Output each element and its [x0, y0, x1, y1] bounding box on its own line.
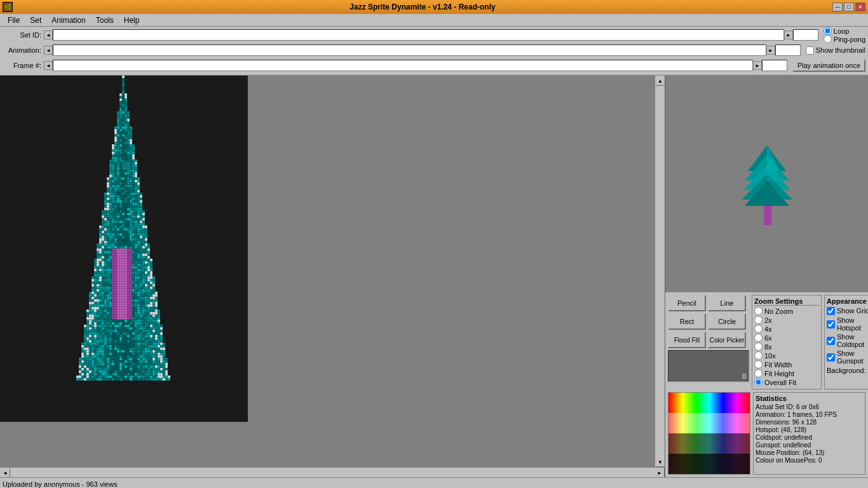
zoom-6x-radio[interactable] — [754, 334, 763, 342]
menu-help[interactable]: Help — [119, 15, 145, 26]
window-controls: ─ □ ✕ — [832, 3, 865, 11]
show-thumbnail-checkbox[interactable] — [806, 46, 814, 55]
zoom-2x-radio[interactable] — [754, 316, 763, 324]
animation-input[interactable] — [53, 44, 766, 56]
frame-num[interactable]: 1 — [762, 60, 787, 71]
show-hotspot-row: Show Hotspot — [827, 316, 868, 332]
menu-set[interactable]: Set — [25, 15, 46, 26]
frame-right-arrow[interactable]: ► — [753, 61, 762, 70]
zoom-settings-panel: Zoom Settings No Zoom 2x 4x — [752, 295, 822, 390]
menu-tools[interactable]: Tools — [91, 15, 119, 26]
background-row: Background: — [827, 366, 868, 375]
zoom-fit-width-label: Fit Width — [764, 361, 792, 369]
line-button[interactable]: Line — [708, 295, 746, 311]
frame-row: Frame #: ◄ ► 1 Play animation once — [3, 58, 865, 72]
horizontal-scrollbar[interactable]: ◄ ► — [0, 467, 665, 477]
ping-pong-radio[interactable] — [824, 35, 832, 43]
background-label: Background: — [827, 367, 866, 374]
color-picker-button[interactable]: Color Picker — [708, 332, 746, 348]
color-swatch: 0 — [668, 350, 749, 382]
show-grid-checkbox[interactable] — [827, 307, 835, 315]
maximize-button[interactable]: □ — [844, 3, 854, 11]
appearance-settings-title: Appearance Settings — [827, 297, 868, 305]
loop-radio[interactable] — [824, 27, 832, 35]
tools-settings-area: Pencil Line Rect Circle Flood Fill Color… — [665, 292, 868, 477]
main-canvas — [0, 76, 654, 467]
tool-buttons: Pencil Line Rect Circle Flood Fill Color… — [668, 295, 749, 390]
statistics-panel: Statistics Actual Set ID: 6 or 0x6 Anima… — [753, 392, 865, 475]
zoom-overall-fit: Overall Fit — [754, 378, 819, 386]
zoom-8x-radio[interactable] — [754, 342, 763, 351]
play-animation-button[interactable]: Play animation once — [792, 59, 865, 72]
pencil-button[interactable]: Pencil — [668, 295, 706, 311]
set-id-input[interactable] — [53, 29, 784, 41]
tools-zoom-area: Pencil Line Rect Circle Flood Fill Color… — [668, 295, 865, 390]
zoom-overall-fit-radio[interactable] — [754, 378, 763, 386]
scroll-left-button[interactable]: ◄ — [0, 468, 10, 477]
zoom-4x: 4x — [754, 325, 819, 333]
scroll-right-button[interactable]: ► — [654, 468, 665, 477]
stat-animation: Animation: 1 frames, 10 FPS — [756, 411, 863, 418]
scroll-down-button[interactable]: ▼ — [655, 457, 665, 467]
zoom-6x: 6x — [754, 334, 819, 342]
frame-left-arrow[interactable]: ◄ — [44, 61, 53, 70]
animation-num[interactable]: 1 — [775, 44, 801, 56]
menu-file[interactable]: File — [3, 15, 25, 26]
set-id-num[interactable]: 7 — [793, 29, 818, 41]
show-coldspot-checkbox[interactable] — [827, 337, 835, 345]
close-button[interactable]: ✕ — [855, 3, 865, 11]
zoom-10x: 10x — [754, 351, 819, 360]
zoom-fit-height-radio[interactable] — [754, 369, 763, 377]
frame-input[interactable] — [53, 60, 753, 71]
stat-coldspot: Coldspot: undefined — [756, 434, 863, 441]
right-panel: Pencil Line Rect Circle Flood Fill Color… — [665, 76, 868, 477]
color-swatch-value: 0 — [742, 372, 746, 380]
zoom-4x-label: 4x — [764, 325, 772, 333]
animation-right-arrow[interactable]: ► — [766, 46, 775, 55]
show-grid-row: Show Grid — [827, 306, 868, 315]
set-id-right-arrow[interactable]: ► — [784, 30, 793, 39]
stat-actual-set-id: Actual Set ID: 6 or 0x6 — [756, 403, 863, 410]
set-id-row: Set ID: ◄ ► 7 Loop Ping-pong — [3, 28, 865, 42]
zoom-2x-label: 2x — [764, 316, 772, 324]
rect-button[interactable]: Rect — [668, 313, 706, 330]
zoom-6x-label: 6x — [764, 334, 772, 342]
set-id-left-arrow[interactable]: ◄ — [44, 30, 53, 39]
hscroll-track[interactable] — [10, 468, 654, 477]
color-palette[interactable] — [668, 392, 750, 475]
status-bar: Uploaded by anonymous - 963 views — [0, 477, 868, 488]
svg-rect-0 — [764, 206, 771, 225]
stat-gunspot: Gunspot: undefined — [756, 442, 863, 449]
show-gunspot-checkbox[interactable] — [827, 353, 835, 362]
circle-button[interactable]: Circle — [708, 313, 746, 330]
show-thumbnail-label: Show thumbnail — [816, 46, 865, 54]
frame-label: Frame #: — [3, 62, 44, 69]
zoom-fit-width-radio[interactable] — [754, 360, 763, 369]
zoom-10x-radio[interactable] — [754, 351, 763, 360]
minimize-button[interactable]: ─ — [832, 3, 843, 11]
stat-dimensions: Dimensions: 96 x 128 — [756, 419, 863, 426]
show-coldspot-row: Show Coldspot — [827, 333, 868, 348]
show-grid-label: Show Grid — [837, 307, 868, 315]
menu-animation[interactable]: Animation — [46, 15, 90, 26]
show-hotspot-checkbox[interactable] — [827, 320, 835, 329]
scroll-up-button[interactable]: ▲ — [655, 76, 665, 86]
sprite-canvas[interactable] — [0, 76, 249, 422]
zoom-overall-fit-label: Overall Fit — [764, 379, 796, 386]
vertical-scrollbar[interactable]: ▲ ▼ — [654, 76, 665, 467]
main-area: ▲ ▼ ◄ ► — [0, 76, 868, 477]
flood-fill-button[interactable]: Flood Fill — [668, 332, 706, 348]
zoom-4x-radio[interactable] — [754, 325, 763, 333]
show-gunspot-label: Show Gunspot — [837, 349, 868, 365]
zoom-10x-label: 10x — [764, 352, 776, 360]
statistics-title: Statistics — [756, 395, 863, 402]
scroll-track[interactable] — [655, 86, 665, 457]
playback-options: Loop Ping-pong — [824, 27, 865, 43]
app-logo: 🌿 — [3, 2, 13, 12]
animation-left-arrow[interactable]: ◄ — [44, 46, 53, 55]
canvas-scroll-area: ▲ ▼ — [0, 76, 665, 467]
preview-area — [665, 76, 868, 292]
zoom-no-zoom-label: No Zoom — [764, 308, 793, 315]
loop-option: Loop — [824, 27, 865, 35]
zoom-no-zoom-radio[interactable] — [754, 307, 763, 315]
